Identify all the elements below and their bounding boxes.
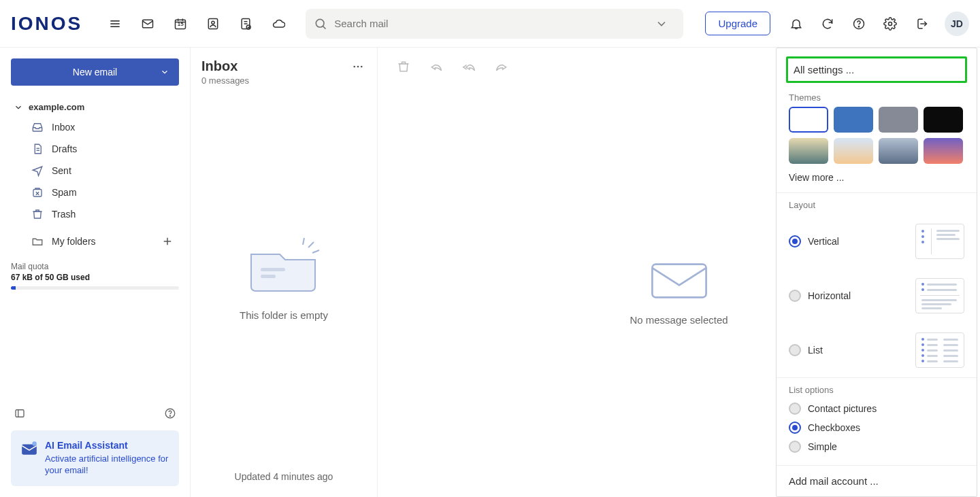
inbox-icon bbox=[31, 121, 44, 133]
theme-grey[interactable] bbox=[879, 107, 918, 133]
ai-card-subtitle: Activate artificial intelligence for you… bbox=[45, 453, 169, 477]
last-updated-text: Updated 4 minutes ago bbox=[201, 467, 366, 486]
folder-inbox[interactable]: Inbox bbox=[11, 116, 179, 138]
folder-sent[interactable]: Sent bbox=[11, 160, 179, 182]
ai-card-title: AI Email Assistant bbox=[45, 440, 169, 451]
add-mail-account-button[interactable]: Add mail account ... bbox=[777, 465, 977, 496]
svg-point-9 bbox=[212, 21, 214, 24]
chevron-down-icon bbox=[160, 67, 169, 77]
radio-icon bbox=[789, 344, 801, 356]
search-dropdown-icon[interactable] bbox=[655, 17, 668, 31]
help-icon[interactable] bbox=[845, 10, 872, 37]
upgrade-button[interactable]: Upgrade bbox=[705, 12, 770, 35]
reply-all-icon[interactable] bbox=[462, 60, 476, 73]
svg-point-32 bbox=[353, 66, 355, 68]
help-icon[interactable] bbox=[164, 407, 176, 419]
theme-photo-sunset[interactable] bbox=[924, 138, 963, 164]
layout-option-vertical[interactable]: Vertical bbox=[789, 214, 964, 269]
folder-spam[interactable]: Spam bbox=[11, 182, 179, 203]
new-email-button[interactable]: New email bbox=[11, 58, 179, 86]
list-option-contact-pictures[interactable]: Contact pictures bbox=[789, 399, 964, 418]
layout-option-horizontal[interactable]: Horizontal bbox=[789, 269, 964, 323]
layout-thumbnail bbox=[915, 332, 964, 368]
tasks-icon[interactable] bbox=[232, 10, 259, 37]
logout-icon[interactable] bbox=[908, 10, 935, 37]
list-option-checkboxes[interactable]: Checkboxes bbox=[789, 418, 964, 437]
folder-label: Sent bbox=[52, 165, 71, 176]
notifications-icon[interactable] bbox=[783, 10, 810, 37]
empty-folder-text: This folder is empty bbox=[240, 309, 328, 321]
user-avatar[interactable]: JD bbox=[945, 12, 969, 36]
theme-photo-mountain[interactable] bbox=[789, 138, 828, 164]
list-option-simple[interactable]: Simple bbox=[789, 437, 964, 456]
svg-point-18 bbox=[889, 22, 892, 25]
theme-blue[interactable] bbox=[834, 107, 873, 133]
reply-icon[interactable] bbox=[429, 60, 443, 73]
calendar-day-label: 15 bbox=[178, 21, 184, 27]
layout-option-list[interactable]: List bbox=[789, 323, 964, 377]
settings-gear-icon[interactable] bbox=[877, 10, 904, 37]
envelope-icon bbox=[649, 257, 710, 305]
search-input[interactable] bbox=[334, 18, 655, 29]
folder-label: Drafts bbox=[52, 143, 77, 154]
themes-view-more[interactable]: View more ... bbox=[777, 164, 977, 193]
svg-rect-41 bbox=[652, 264, 706, 298]
svg-rect-35 bbox=[261, 268, 285, 271]
brand-logo: IONOS bbox=[11, 13, 82, 35]
list-option-label: Checkboxes bbox=[808, 422, 860, 433]
panel-toggle-icon[interactable] bbox=[14, 407, 26, 419]
spam-icon bbox=[31, 186, 44, 199]
theme-white[interactable] bbox=[789, 107, 828, 133]
folder-icon bbox=[31, 235, 44, 247]
folder-drafts[interactable]: Drafts bbox=[11, 138, 179, 160]
sent-icon bbox=[31, 165, 44, 177]
svg-rect-36 bbox=[261, 275, 276, 278]
all-settings-button[interactable]: All settings ... bbox=[786, 56, 967, 83]
forward-icon[interactable] bbox=[495, 60, 508, 73]
layout-label: List bbox=[808, 345, 823, 356]
svg-point-17 bbox=[858, 26, 859, 27]
refresh-icon[interactable] bbox=[814, 10, 841, 37]
reader-empty-text: No message selected bbox=[630, 314, 728, 326]
ai-assistant-icon bbox=[20, 440, 38, 458]
radio-icon bbox=[789, 422, 801, 434]
drafts-icon bbox=[31, 143, 44, 155]
quota-bar bbox=[11, 286, 179, 290]
radio-icon bbox=[789, 235, 801, 247]
account-name-label: example.com bbox=[29, 102, 84, 112]
main-layout: New email example.com Inbox Drafts Sent … bbox=[0, 48, 980, 497]
cloud-icon[interactable] bbox=[265, 10, 292, 37]
mail-icon[interactable] bbox=[134, 10, 161, 37]
radio-icon bbox=[789, 290, 801, 302]
themes-grid bbox=[777, 107, 977, 164]
svg-point-33 bbox=[357, 66, 359, 68]
top-bar: IONOS 15 Upgrade bbox=[0, 0, 980, 48]
hamburger-menu-icon[interactable] bbox=[101, 10, 129, 37]
quota-text: 67 kB of 50 GB used bbox=[11, 273, 179, 282]
ai-assistant-card[interactable]: AI Email Assistant Activate artificial i… bbox=[11, 430, 179, 486]
svg-rect-30 bbox=[22, 445, 37, 455]
list-option-label: Contact pictures bbox=[808, 403, 877, 414]
settings-popover: All settings ... Themes View more ... La… bbox=[776, 48, 977, 497]
more-actions-icon[interactable] bbox=[350, 58, 366, 75]
add-folder-icon[interactable] bbox=[161, 235, 174, 247]
my-folders[interactable]: My folders bbox=[11, 230, 179, 252]
contacts-icon[interactable] bbox=[199, 10, 227, 37]
radio-icon bbox=[789, 402, 801, 415]
account-toggle[interactable]: example.com bbox=[11, 98, 179, 116]
search-icon bbox=[314, 17, 327, 31]
svg-point-34 bbox=[361, 66, 363, 68]
calendar-icon[interactable]: 15 bbox=[167, 10, 194, 37]
svg-line-37 bbox=[308, 242, 314, 247]
theme-photo-beach[interactable] bbox=[834, 138, 873, 164]
sidebar: New email example.com Inbox Drafts Sent … bbox=[0, 48, 191, 497]
theme-black[interactable] bbox=[924, 107, 963, 133]
folder-label: Inbox bbox=[52, 122, 75, 133]
folder-trash[interactable]: Trash bbox=[11, 203, 179, 225]
folder-title: Inbox bbox=[201, 58, 249, 74]
layout-label: Horizontal bbox=[808, 290, 851, 301]
theme-photo-city[interactable] bbox=[879, 138, 918, 164]
delete-icon[interactable] bbox=[397, 60, 410, 73]
svg-point-14 bbox=[316, 19, 325, 27]
layout-thumbnail bbox=[915, 278, 964, 313]
